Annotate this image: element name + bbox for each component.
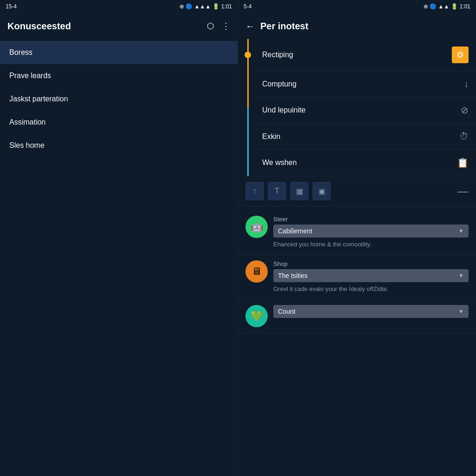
- timeline-line: [247, 39, 249, 176]
- steer-label: Steer: [273, 216, 469, 223]
- toolbar-section: ↑ T ▦ ▣ —: [238, 176, 476, 206]
- menu-item-und[interactable]: Und lepuinite ⊘: [253, 97, 476, 124]
- left-status-right: ⊕ 🔵 ▲▲▲ 🔋 1:01: [179, 3, 232, 10]
- menu-item-rectiping[interactable]: Rectiping ⚙: [253, 39, 476, 71]
- shop-dropdown[interactable]: The tsities ▼: [273, 269, 469, 282]
- app-item-count: 💚 Count ▼: [238, 299, 476, 333]
- nav-item-jaskst[interactable]: Jaskst parteration: [0, 87, 238, 111]
- left-panel: 15-4 ⊕ 🔵 ▲▲▲ 🔋 1:01 Konusceested ⬡ ⋮ Bor…: [0, 0, 238, 476]
- nav-item-boress[interactable]: Boress: [0, 41, 238, 64]
- download-icon: ↓: [464, 79, 469, 89]
- left-signal-icons: ⊕ 🔵 ▲▲▲ 🔋: [179, 3, 219, 10]
- left-header-icons: ⬡ ⋮: [207, 21, 230, 31]
- shop-description: Grevt it cade evalo your the Idealy offZ…: [273, 285, 469, 293]
- gear-icon[interactable]: ⚙: [452, 46, 469, 63]
- nav-item-prave[interactable]: Prave leards: [0, 64, 238, 87]
- left-app-title: Konusceested: [7, 21, 71, 32]
- left-header: Konusceested ⬡ ⋮: [0, 13, 238, 39]
- back-button[interactable]: ←: [245, 21, 255, 32]
- toolbar-grid-btn[interactable]: ▦: [290, 182, 309, 200]
- block-circle-icon: ⊘: [461, 105, 469, 116]
- menu-item-comptung[interactable]: Comptung ↓: [253, 71, 476, 97]
- right-status-right: ⊕ 🔵 ▲▲ 🔋 1:01: [423, 3, 470, 10]
- menu-section: Rectiping ⚙ Comptung ↓ Und lepuinite ⊘ E…: [238, 39, 476, 176]
- shop-dropdown-arrow: ▼: [458, 272, 464, 279]
- left-status-bar: 15-4 ⊕ 🔵 ▲▲▲ 🔋 1:01: [0, 0, 238, 13]
- left-nav: Boress Prave leards Jaskst parteration A…: [0, 39, 238, 476]
- right-header: ← Per inotest: [238, 13, 476, 39]
- steer-description: Ehanced you home & the comootilty.: [273, 240, 469, 249]
- right-status-left: 5-4: [244, 3, 251, 10]
- right-status-bar: 5-4 ⊕ 🔵 ▲▲ 🔋 1:01: [238, 0, 476, 13]
- right-panel: 5-4 ⊕ 🔵 ▲▲ 🔋 1:01 ← Per inotest Rectipin…: [238, 0, 476, 476]
- shop-label: Shop: [273, 260, 469, 267]
- count-app-content: Count ▼: [273, 305, 469, 321]
- nav-item-sles[interactable]: Sles home: [0, 134, 238, 157]
- shop-app-icon: 🖥: [245, 260, 268, 283]
- timeline-dot: [245, 52, 251, 58]
- right-status-time: 1:01: [460, 3, 470, 10]
- toolbar-copy-btn[interactable]: ▣: [312, 182, 331, 200]
- count-dropdown-arrow: ▼: [458, 308, 464, 315]
- steer-app-content: Steer Cabiliement ▼ Ehanced you home & t…: [273, 216, 469, 249]
- toolbar-minus-btn[interactable]: —: [457, 185, 469, 197]
- count-dropdown[interactable]: Count ▼: [273, 305, 469, 318]
- clock-icon: ⏱: [459, 131, 469, 142]
- toolbar-text-btn[interactable]: T: [268, 182, 286, 200]
- nav-item-assimation[interactable]: Assimation: [0, 111, 238, 134]
- steer-dropdown-arrow: ▼: [458, 228, 464, 234]
- toolbar-buttons: ↑ T ▦ ▣: [245, 182, 331, 200]
- shop-app-content: Shop The tsities ▼ Grevt it cade evalo y…: [273, 260, 469, 293]
- app-list: 🤖 Steer Cabiliement ▼ Ehanced you home &…: [238, 206, 476, 476]
- steer-dropdown[interactable]: Cabiliement ▼: [273, 225, 469, 238]
- toolbar-up-btn[interactable]: ↑: [245, 182, 264, 200]
- steer-app-icon: 🤖: [245, 216, 268, 238]
- box-icon[interactable]: ⬡: [207, 21, 214, 31]
- right-page-title: Per inotest: [260, 21, 308, 32]
- menu-item-exkin[interactable]: Exkin ⏱: [253, 124, 476, 150]
- app-item-shop: 🖥 Shop The tsities ▼ Grevt it cade evalo…: [238, 255, 476, 299]
- menu-item-wewshen[interactable]: We wshen 📋: [253, 150, 476, 176]
- left-status-time-left: 15-4: [6, 3, 17, 10]
- count-app-icon: 💚: [245, 305, 268, 327]
- right-signal-icons: ⊕ 🔵 ▲▲ 🔋: [423, 3, 458, 10]
- app-item-steer: 🤖 Steer Cabiliement ▼ Ehanced you home &…: [238, 210, 476, 255]
- left-status-time: 1:01: [221, 3, 232, 10]
- more-icon[interactable]: ⋮: [222, 21, 230, 31]
- clipboard-icon: 📋: [457, 157, 469, 168]
